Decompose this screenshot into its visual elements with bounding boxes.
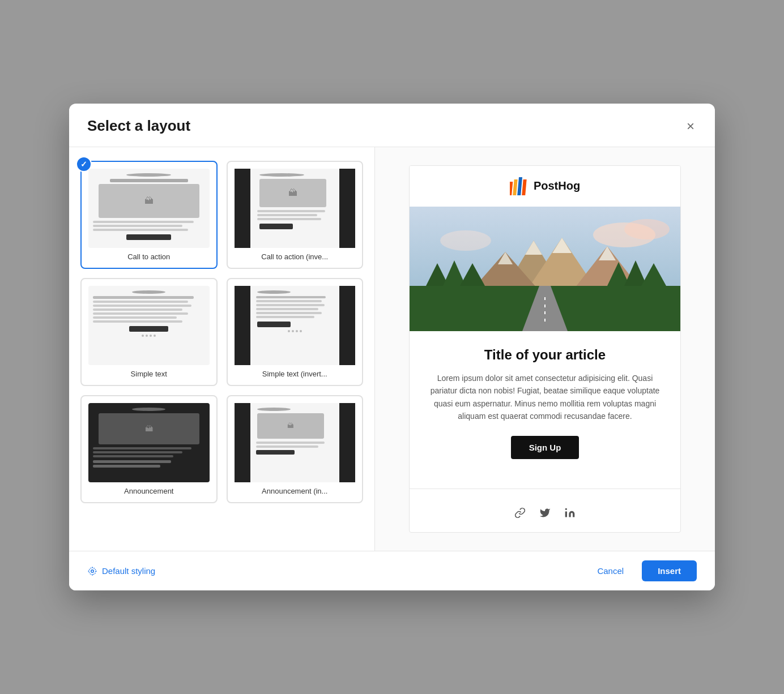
email-hero-image (410, 207, 680, 331)
email-preview: PostHog (409, 165, 681, 533)
layout-label-cta-inv: Call to action (inve... (261, 252, 328, 261)
footer-actions: Cancel Insert (586, 560, 697, 581)
mountain-icon-inv: 🏔 (288, 188, 297, 198)
email-footer (410, 498, 680, 532)
modal-footer: Default styling Cancel Insert (69, 551, 715, 590)
default-styling-button[interactable]: Default styling (87, 566, 155, 576)
body-text: Lorem ipsum dolor sit amet consectetur a… (428, 372, 662, 423)
default-styling-label: Default styling (102, 566, 155, 576)
link-icon[interactable] (512, 505, 528, 521)
email-divider (410, 489, 680, 489)
article-title: Title of your article (428, 347, 662, 363)
cancel-button[interactable]: Cancel (586, 560, 635, 581)
svg-rect-2 (517, 177, 522, 195)
linkedin-icon[interactable] (562, 505, 578, 521)
layout-card-simple-inv[interactable]: Simple text (invert... (227, 278, 364, 386)
mountain-icon: 🏔 (144, 196, 154, 206)
svg-rect-3 (522, 179, 526, 195)
svg-rect-26 (565, 512, 567, 517)
svg-point-7 (440, 230, 491, 251)
email-preview-header: PostHog (410, 166, 680, 207)
layout-label-simple-inv: Simple text (invert... (262, 370, 327, 378)
card-preview-announcement: 🏔 (88, 403, 210, 482)
select-layout-modal: Select a layout × ✓ 🏔 (69, 104, 715, 591)
layout-panel: ✓ 🏔 Call to actio (69, 147, 375, 551)
preview-panel: PostHog (375, 147, 715, 551)
layout-card-call-to-action[interactable]: ✓ 🏔 Call to actio (80, 161, 218, 269)
svg-rect-1 (513, 179, 517, 195)
card-preview-simple-inv (235, 286, 356, 365)
svg-point-29 (89, 568, 96, 575)
layout-label-simple: Simple text (131, 370, 167, 378)
email-content: Title of your article Lorem ipsum dolor … (410, 331, 680, 489)
svg-point-6 (624, 219, 670, 239)
layout-label-cta: Call to action (127, 252, 170, 261)
modal-body: ✓ 🏔 Call to actio (69, 147, 715, 551)
posthog-logo-icon (510, 177, 530, 195)
card-preview-announcement-inv: 🏔 (235, 403, 356, 482)
card-preview-cta: 🏔 (88, 169, 210, 248)
twitter-icon[interactable] (537, 505, 553, 521)
card-preview-simple (88, 286, 210, 365)
svg-point-27 (565, 508, 567, 510)
brand-name: PostHog (534, 179, 580, 192)
layout-grid: ✓ 🏔 Call to actio (80, 161, 363, 503)
svg-point-28 (91, 570, 94, 573)
layout-label-announcement-inv: Announcement (in... (262, 487, 327, 495)
layout-card-simple-text[interactable]: Simple text (80, 278, 218, 386)
svg-rect-0 (510, 182, 513, 195)
layout-card-cta-inv[interactable]: 🏔 Call to action (inve... (227, 161, 364, 269)
posthog-logo: PostHog (510, 177, 580, 195)
cta-button[interactable]: Sign Up (511, 436, 580, 459)
layout-card-announcement-inv[interactable]: 🏔 Announcement (in... (227, 395, 364, 503)
insert-button[interactable]: Insert (642, 560, 697, 581)
card-preview-cta-inv: 🏔 (235, 169, 356, 248)
layout-label-announcement: Announcement (124, 487, 173, 495)
close-button[interactable]: × (684, 117, 697, 135)
modal-header: Select a layout × (69, 104, 715, 147)
modal-title: Select a layout (87, 117, 190, 135)
layout-card-announcement[interactable]: 🏔 Announcement (80, 395, 218, 503)
